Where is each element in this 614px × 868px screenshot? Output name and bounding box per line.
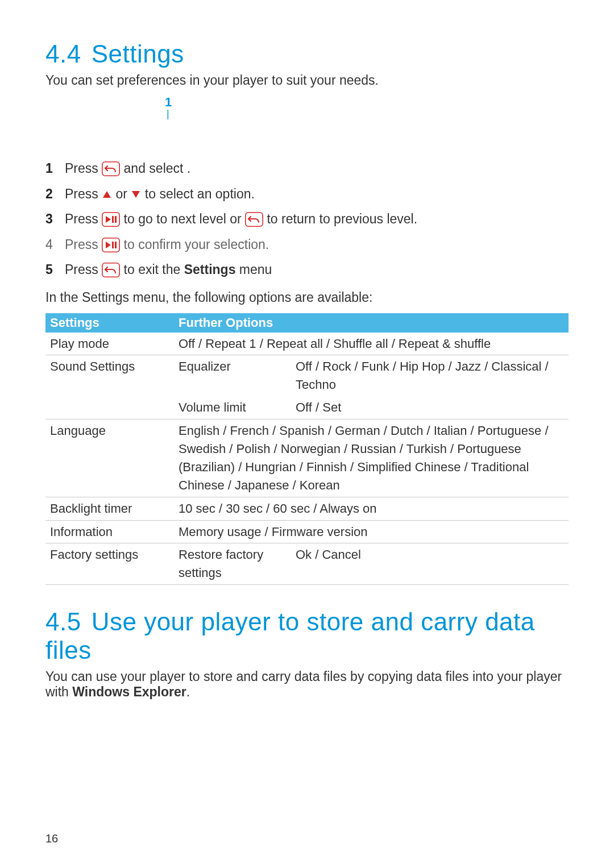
svg-marker-4 bbox=[106, 216, 111, 223]
back-icon bbox=[102, 263, 120, 277]
section-lead: You can set preferences in your player t… bbox=[45, 73, 569, 88]
cell-suboption: Equalizer bbox=[174, 355, 291, 396]
step-item: 1Press and select . bbox=[45, 159, 569, 178]
step-text: Press and select . bbox=[65, 159, 569, 178]
step-text: Press to go to next level or to return t… bbox=[65, 209, 569, 229]
svg-rect-10 bbox=[112, 242, 114, 248]
cell-suboption: Volume limit bbox=[174, 396, 291, 419]
callout-number: 1 bbox=[165, 96, 569, 109]
step-item: 4Press to confirm your selection. bbox=[45, 235, 569, 255]
bold-word: Settings bbox=[184, 262, 236, 277]
cell-suboption: Restore factory settings bbox=[174, 543, 291, 585]
svg-rect-11 bbox=[115, 242, 117, 248]
svg-marker-1 bbox=[103, 191, 111, 198]
heading-number: 4.4 bbox=[45, 40, 81, 68]
table-row: LanguageEnglish / French / Spanish / Ger… bbox=[45, 420, 569, 497]
step-number: 4 bbox=[45, 235, 65, 255]
table-body: Play modeOff / Repeat 1 / Repeat all / S… bbox=[45, 333, 569, 585]
settings-table: Settings Further Options Play modeOff / … bbox=[45, 313, 569, 585]
table-header-row: Settings Further Options bbox=[45, 313, 569, 333]
cell-options: 10 sec / 30 sec / 60 sec / Always on bbox=[174, 497, 569, 520]
page-number: 16 bbox=[45, 832, 58, 845]
body-bold: Windows Explorer bbox=[72, 684, 186, 699]
cell-options: Off / Repeat 1 / Repeat all / Shuffle al… bbox=[174, 333, 569, 355]
play-pause-icon bbox=[102, 238, 120, 252]
cell-options: Memory usage / Firmware version bbox=[174, 520, 569, 543]
back-icon bbox=[245, 212, 263, 227]
cell-setting: Factory settings bbox=[45, 543, 174, 585]
table-row: Sound SettingsEqualizerOff / Rock / Funk… bbox=[45, 355, 569, 396]
table-row: InformationMemory usage / Firmware versi… bbox=[45, 520, 569, 543]
body-post: . bbox=[186, 684, 190, 699]
cell-setting: Information bbox=[45, 520, 174, 543]
step-item: 2Press or to select an option. bbox=[45, 184, 569, 204]
step-number: 1 bbox=[45, 159, 65, 178]
heading-4-5: 4.5Use your player to store and carry da… bbox=[45, 608, 569, 665]
cell-setting: Play mode bbox=[45, 333, 174, 355]
svg-marker-9 bbox=[106, 242, 111, 248]
back-icon bbox=[102, 161, 120, 176]
table-row: Play modeOff / Repeat 1 / Repeat all / S… bbox=[45, 333, 569, 355]
table-intro: In the Settings menu, the following opti… bbox=[45, 290, 569, 305]
play-pause-icon bbox=[102, 212, 120, 227]
cell-setting: Backlight timer bbox=[45, 497, 174, 520]
cell-setting: Sound Settings bbox=[45, 355, 174, 396]
section45-body: You can use your player to store and car… bbox=[45, 669, 569, 700]
figure-callout: 1 | bbox=[165, 96, 569, 119]
step-number: 2 bbox=[45, 184, 65, 204]
heading-4-4: 4.4Settings bbox=[45, 40, 569, 68]
cell-options: English / French / Spanish / German / Du… bbox=[174, 420, 569, 497]
step-text: Press or to select an option. bbox=[65, 184, 569, 204]
table-row: Factory settingsRestore factory settings… bbox=[45, 543, 569, 585]
manual-page: 4.4Settings You can set preferences in y… bbox=[0, 0, 614, 868]
step-number: 5 bbox=[45, 260, 65, 280]
th-further-options: Further Options bbox=[174, 313, 569, 333]
heading-title: Settings bbox=[92, 40, 184, 68]
table-row: Backlight timer10 sec / 30 sec / 60 sec … bbox=[45, 497, 569, 520]
svg-rect-6 bbox=[115, 216, 117, 223]
step-number: 3 bbox=[45, 209, 65, 229]
cell-values: Ok / Cancel bbox=[291, 543, 569, 585]
cell-values: Off / Rock / Funk / Hip Hop / Jazz / Cla… bbox=[291, 355, 569, 396]
up-arrow-icon bbox=[102, 189, 112, 200]
svg-marker-2 bbox=[132, 191, 140, 198]
step-item: 3Press to go to next level or to return … bbox=[45, 209, 569, 229]
svg-rect-5 bbox=[112, 216, 114, 223]
step-item: 5Press to exit the Settings menu bbox=[45, 260, 569, 280]
cell-setting bbox=[45, 396, 174, 419]
cell-values: Off / Set bbox=[291, 396, 569, 419]
callout-pipe: | bbox=[167, 109, 569, 119]
steps-list: 1Press and select .2Press or to select a… bbox=[45, 159, 569, 280]
cell-setting: Language bbox=[45, 420, 174, 497]
heading-title: Use your player to store and carry data … bbox=[45, 608, 535, 664]
step-text: Press to exit the Settings menu bbox=[65, 260, 569, 280]
th-settings: Settings bbox=[45, 313, 174, 333]
table-row: Volume limitOff / Set bbox=[45, 396, 569, 419]
heading-number: 4.5 bbox=[45, 608, 81, 636]
down-arrow-icon bbox=[131, 189, 141, 200]
step-text: Press to confirm your selection. bbox=[65, 235, 569, 255]
